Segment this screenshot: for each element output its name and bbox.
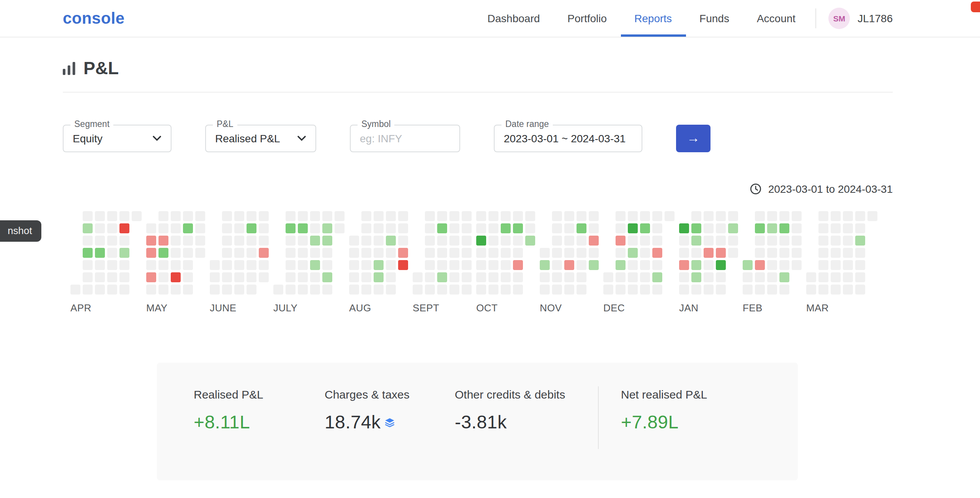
heatmap-cell[interactable] (640, 260, 650, 270)
heatmap-cell[interactable] (640, 285, 650, 295)
heatmap-cell[interactable] (171, 223, 181, 233)
heatmap-cell[interactable] (425, 272, 435, 282)
heatmap-cell[interactable] (222, 248, 232, 258)
heatmap-cell[interactable] (818, 211, 828, 221)
heatmap-cell[interactable] (589, 211, 599, 221)
heatmap-cell[interactable] (767, 285, 777, 295)
heatmap-cell[interactable] (476, 236, 486, 246)
heatmap-cell[interactable] (310, 223, 320, 233)
heatmap-cell[interactable] (792, 223, 802, 233)
heatmap-cell[interactable] (222, 236, 232, 246)
heatmap-cell[interactable] (95, 285, 105, 295)
heatmap-cell[interactable] (589, 223, 599, 233)
nav-item-reports[interactable]: Reports (621, 0, 686, 37)
heatmap-cell[interactable] (716, 248, 726, 258)
heatmap-cell[interactable] (95, 260, 105, 270)
heatmap-cell[interactable] (716, 260, 726, 270)
heatmap-cell[interactable] (247, 248, 256, 258)
heatmap-cell[interactable] (70, 285, 80, 295)
heatmap-cell[interactable] (286, 260, 296, 270)
symbol-input[interactable] (360, 132, 450, 145)
heatmap-cell[interactable] (146, 223, 156, 233)
heatmap-cell[interactable] (767, 272, 777, 282)
heatmap-cell[interactable] (335, 211, 345, 221)
heatmap-cell[interactable] (449, 272, 459, 282)
heatmap-cell[interactable] (222, 260, 232, 270)
heatmap-cell[interactable] (679, 285, 689, 295)
heatmap-cell[interactable] (158, 285, 168, 295)
heatmap-cell[interactable] (628, 236, 638, 246)
heatmap-cell[interactable] (716, 285, 726, 295)
heatmap-cell[interactable] (171, 272, 181, 282)
heatmap-cell[interactable] (247, 223, 256, 233)
heatmap-cell[interactable] (616, 248, 626, 258)
heatmap-cell[interactable] (107, 236, 117, 246)
heatmap-cell[interactable] (767, 211, 777, 221)
heatmap-cell[interactable] (335, 223, 345, 233)
heatmap-cell[interactable] (273, 285, 283, 295)
heatmap-cell[interactable] (298, 272, 308, 282)
heatmap-cell[interactable] (704, 248, 714, 258)
heatmap-cell[interactable] (779, 272, 789, 282)
heatmap-cell[interactable] (462, 272, 472, 282)
heatmap-cell[interactable] (628, 211, 638, 221)
heatmap-cell[interactable] (119, 236, 129, 246)
heatmap-cell[interactable] (119, 272, 129, 282)
heatmap-cell[interactable] (855, 211, 865, 221)
heatmap-cell[interactable] (603, 272, 613, 282)
heatmap-cell[interactable] (792, 248, 802, 258)
heatmap-cell[interactable] (210, 272, 220, 282)
heatmap-cell[interactable] (552, 260, 562, 270)
heatmap-cell[interactable] (855, 248, 865, 258)
heatmap-cell[interactable] (310, 236, 320, 246)
heatmap-cell[interactable] (462, 260, 472, 270)
heatmap-cell[interactable] (652, 285, 662, 295)
heatmap-cell[interactable] (259, 260, 269, 270)
heatmap-cell[interactable] (171, 285, 181, 295)
heatmap-cell[interactable] (652, 272, 662, 282)
heatmap-cell[interactable] (298, 211, 308, 221)
pnl-type-select[interactable]: P&L Realised P&L (205, 125, 316, 152)
heatmap-cell[interactable] (462, 211, 472, 221)
date-range-input[interactable] (504, 132, 632, 145)
heatmap-cell[interactable] (183, 285, 193, 295)
heatmap-cell[interactable] (552, 248, 562, 258)
heatmap-cell[interactable] (501, 236, 511, 246)
heatmap-cell[interactable] (119, 248, 129, 258)
heatmap-cell[interactable] (716, 211, 726, 221)
heatmap-cell[interactable] (704, 211, 714, 221)
heatmap-cell[interactable] (552, 272, 562, 282)
heatmap-cell[interactable] (310, 260, 320, 270)
heatmap-cell[interactable] (855, 260, 865, 270)
heatmap-cell[interactable] (628, 260, 638, 270)
heatmap-cell[interactable] (259, 223, 269, 233)
heatmap-cell[interactable] (704, 236, 714, 246)
heatmap-cell[interactable] (286, 211, 296, 221)
heatmap-cell[interactable] (425, 285, 435, 295)
heatmap-cell[interactable] (577, 223, 586, 233)
heatmap-cell[interactable] (755, 260, 765, 270)
heatmap-cell[interactable] (843, 211, 853, 221)
heatmap-cell[interactable] (577, 260, 586, 270)
nav-item-dashboard[interactable]: Dashboard (474, 0, 554, 37)
heatmap-cell[interactable] (640, 236, 650, 246)
heatmap-cell[interactable] (577, 272, 586, 282)
heatmap-cell[interactable] (704, 285, 714, 295)
heatmap-cell[interactable] (425, 236, 435, 246)
heatmap-cell[interactable] (195, 211, 205, 221)
heatmap-cell[interactable] (158, 211, 168, 221)
heatmap-cell[interactable] (425, 248, 435, 258)
heatmap-cell[interactable] (374, 272, 384, 282)
heatmap-cell[interactable] (640, 248, 650, 258)
heatmap-cell[interactable] (716, 272, 726, 282)
heatmap-cell[interactable] (577, 285, 586, 295)
heatmap-cell[interactable] (158, 248, 168, 258)
heatmap-cell[interactable] (743, 272, 753, 282)
heatmap-cell[interactable] (210, 285, 220, 295)
heatmap-cell[interactable] (349, 272, 359, 282)
heatmap-cell[interactable] (437, 272, 447, 282)
console-logo[interactable]: console (63, 9, 125, 28)
heatmap-cell[interactable] (462, 236, 472, 246)
heatmap-cell[interactable] (806, 272, 816, 282)
heatmap-cell[interactable] (767, 248, 777, 258)
